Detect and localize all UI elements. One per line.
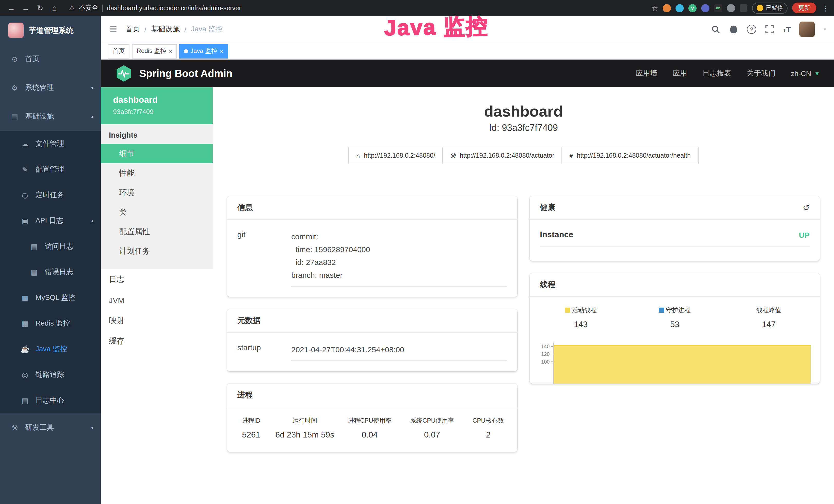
header-actions: ? TT ▾: [711, 22, 826, 37]
health-url-link[interactable]: ♥ http://192.168.0.2:48080/actuator/heal…: [562, 147, 698, 164]
log-center-icon: ▤: [21, 396, 29, 405]
warning-icon: ⚠: [69, 4, 75, 12]
sba-nav-journal[interactable]: 日志报表: [702, 69, 731, 78]
url-separator: [102, 4, 103, 12]
health-instance-label: Instance: [540, 230, 573, 239]
stat-uptime: 运行时间 6d 23h 15m 59s: [271, 416, 338, 439]
extension-vue-icon[interactable]: v: [688, 4, 697, 12]
sidebar-item-log-center[interactable]: ▤ 日志中心: [0, 388, 101, 413]
tab-redis[interactable]: Redis 监控 ×: [132, 44, 177, 58]
sidebar-item-dev-tools[interactable]: ⚒ 研发工具 ▾: [0, 413, 101, 442]
sidebar-item-infrastructure[interactable]: ▤ 基础设施 ▴: [0, 102, 101, 131]
font-size-icon[interactable]: TT: [783, 25, 791, 33]
github-icon[interactable]: [729, 25, 738, 34]
info-key: git: [237, 230, 291, 287]
sba-item-jvm[interactable]: JVM: [101, 290, 213, 310]
sba-nav-about[interactable]: 关于我们: [747, 69, 775, 78]
sidebar-item-api-log[interactable]: ▣ API 日志 ▴: [0, 208, 101, 234]
sba-item-details[interactable]: 细节: [101, 144, 213, 163]
java-icon: ☕: [21, 345, 29, 353]
home-button[interactable]: ⌂: [48, 2, 61, 14]
heart-icon: ♥: [569, 152, 573, 159]
sba-item-caches[interactable]: 缓存: [101, 331, 213, 351]
sidebar-item-error-log[interactable]: ▤ 错误日志: [0, 259, 101, 285]
close-icon[interactable]: ×: [169, 48, 172, 54]
insights-group-label: Insights: [101, 124, 213, 144]
tab-java-active[interactable]: Java 监控 ×: [179, 44, 228, 58]
health-row[interactable]: Instance UP: [540, 230, 810, 247]
hamburger-icon[interactable]: ☰: [109, 24, 117, 35]
process-card: 进程 进程ID 5261 运行时间 6d 23h 15m: [227, 384, 517, 452]
sidebar-item-redis[interactable]: ▦ Redis 监控: [0, 311, 101, 336]
address-bar[interactable]: ⚠ 不安全 dashboard.yudao.iocoder.cn/infra/a…: [69, 4, 241, 12]
sba-item-metrics[interactable]: 性能: [101, 163, 213, 183]
status-badge: UP: [799, 230, 810, 239]
back-button[interactable]: ←: [5, 2, 18, 14]
browser-menu-icon[interactable]: ⋮: [822, 4, 829, 12]
profile-face-icon: [757, 5, 763, 11]
sba-item-configprops[interactable]: 配置属性: [101, 222, 213, 241]
breadcrumb-separator: /: [184, 25, 186, 33]
actuator-url-link[interactable]: ⚒ http://192.168.0.2:48080/actuator: [443, 147, 562, 164]
update-button[interactable]: 更新: [792, 3, 816, 13]
sidebar-item-config[interactable]: ✎ 配置管理: [0, 157, 101, 182]
extension-grid-icon[interactable]: [701, 4, 709, 12]
sba-item-mappings[interactable]: 映射: [101, 310, 213, 331]
sidebar-item-system[interactable]: ⚙ 系统管理 ▾: [0, 73, 101, 102]
search-icon[interactable]: [711, 25, 720, 34]
sidebar-item-jobs[interactable]: ◷ 定时任务: [0, 182, 101, 208]
sidebar-item-access-log[interactable]: ▤ 访问日志: [0, 234, 101, 259]
stat-system-cpu: 系统CPU使用率 0.07: [401, 416, 463, 439]
chevron-up-icon: ▴: [91, 218, 93, 223]
instance-id: 93a3fc7f7409: [113, 108, 200, 116]
bookmark-star-icon[interactable]: ☆: [652, 4, 658, 12]
user-avatar[interactable]: [799, 22, 815, 37]
sidebar-item-trace[interactable]: ◎ 链路追踪: [0, 362, 101, 388]
sidebar-item-mysql[interactable]: ▥ MySQL 监控: [0, 285, 101, 311]
sidebar-item-files[interactable]: ☁ 文件管理: [0, 131, 101, 157]
sba-nav-applications[interactable]: 应用: [673, 69, 687, 78]
page-title: dashboard: [213, 103, 834, 120]
sba-brand[interactable]: Spring Boot Admin: [139, 68, 233, 79]
help-icon[interactable]: ?: [747, 25, 756, 34]
breadcrumb-home[interactable]: 首页: [125, 25, 140, 34]
fullscreen-icon[interactable]: [765, 25, 774, 34]
extension-orange-icon[interactable]: [663, 4, 671, 12]
tab-home[interactable]: 首页: [108, 44, 129, 58]
paused-badge[interactable]: 已暂停: [752, 2, 788, 14]
breadcrumb-infrastructure[interactable]: 基础设施: [151, 25, 180, 34]
locale-selector[interactable]: zh-CN ▼: [791, 69, 820, 77]
health-card-title: 健康: [540, 203, 555, 212]
chevron-down-icon[interactable]: ▾: [824, 27, 826, 32]
stat-peak-threads: 线程峰值 147: [722, 306, 816, 329]
app-logo-row[interactable]: 芋道管理系统: [0, 16, 101, 45]
reload-button[interactable]: ↻: [34, 2, 46, 14]
sba-logo-icon: [115, 65, 133, 82]
service-url-link[interactable]: ⌂ http://192.168.0.2:48080/: [349, 147, 443, 164]
redis-icon: ▦: [21, 319, 29, 328]
api-log-icon: ▣: [21, 217, 29, 225]
sba-nav-wallboard[interactable]: 应用墙: [636, 69, 657, 78]
app-sidebar: 芋道管理系统 ⊙ 首页 ⚙ 系统管理 ▾ ▤ 基础设施 ▴ ☁ 文件管理: [0, 16, 101, 504]
history-icon[interactable]: ↺: [803, 203, 810, 212]
extension-pin-icon[interactable]: [727, 4, 735, 12]
extension-switch-icon[interactable]: on: [714, 4, 722, 12]
metadata-card-title: 元数据: [237, 316, 260, 325]
sidebar-item-home[interactable]: ⊙ 首页: [0, 45, 101, 73]
sba-item-scheduled-tasks[interactable]: 计划任务: [101, 241, 213, 261]
sba-item-logs[interactable]: 日志: [101, 269, 213, 290]
instance-header[interactable]: dashboard 93a3fc7f7409: [101, 87, 213, 124]
process-stats: 进程ID 5261 运行时间 6d 23h 15m 59s 进程CPU使用率: [227, 407, 517, 452]
sba-item-classes[interactable]: 类: [101, 202, 213, 222]
extensions-puzzle-icon[interactable]: [740, 4, 747, 12]
sidebar-item-java[interactable]: ☕ Java 监控: [0, 336, 101, 362]
url-text: dashboard.yudao.iocoder.cn/infra/admin-s…: [107, 4, 241, 12]
dashboard-icon: ⊙: [10, 55, 19, 63]
stat-cpu-cores: CPU核心数 2: [463, 416, 513, 439]
extension-drop-icon[interactable]: [676, 4, 684, 12]
forward-button[interactable]: →: [20, 2, 32, 14]
live-threads-area: [554, 345, 811, 384]
sba-item-environment[interactable]: 环境: [101, 183, 213, 202]
blue-legend-icon: [659, 307, 664, 313]
close-icon[interactable]: ×: [220, 48, 223, 54]
